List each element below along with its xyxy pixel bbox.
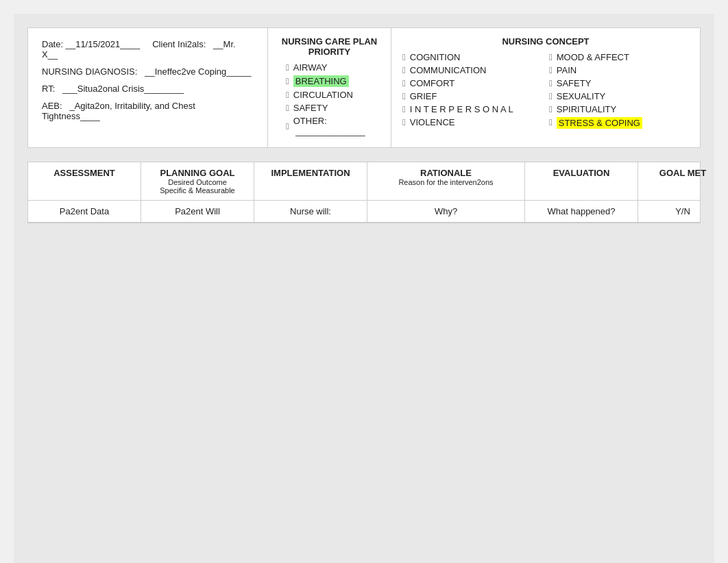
table-header: ASSESSMENT PLANNING GOAL Desired Outcome… (28, 162, 700, 201)
diagnosis-label: NURSING DIAGNOSIS: (42, 66, 137, 77)
list-item:  MOOD & AFFECT (549, 52, 689, 62)
top-card: Date: __11/15/2021____ Client Ini2als: _… (27, 27, 701, 148)
apple-icon:  (549, 91, 553, 101)
priority-item-label: OTHER: ______________ (293, 116, 380, 136)
list-item:  SEXUALITY (549, 91, 689, 101)
client-label: Client Ini2als: (152, 39, 206, 49)
cell-planning: Pa2ent Will (141, 201, 254, 222)
cell-goal-met: Y/N (638, 201, 727, 222)
page-wrapper: Date: __11/15/2021____ Client Ini2als: _… (14, 14, 714, 563)
apple-icon:  (549, 52, 553, 62)
date-value: __11/15/2021____ (66, 39, 140, 49)
col-planning-sub1: Desired Outcome (148, 178, 247, 186)
concept-section: NURSING CONCEPT  COGNITION  COMMUNICAT… (391, 28, 700, 147)
col-planning-sub2: Specific & Measurable (148, 186, 247, 195)
apple-icon:  (549, 65, 553, 75)
apple-icon:  (286, 90, 289, 100)
date-row: Date: __11/15/2021____ Client Ini2als: _… (42, 39, 254, 60)
priority-section: NURSING CARE PLAN PRIORITY  AIRWAY  BR… (268, 28, 391, 147)
col-rationale-sub: Reason for the interven2ons (374, 178, 518, 186)
bottom-table-card: ASSESSMENT PLANNING GOAL Desired Outcome… (27, 162, 701, 223)
apple-icon:  (402, 52, 406, 62)
apple-icon:  (286, 121, 289, 132)
list-item:  SAFETY (286, 103, 380, 113)
list-item:  COMFORT (402, 78, 542, 88)
list-item:  SPIRITUALITY (549, 104, 689, 114)
rt-row: RT: ___Situa2onal Crisis________ (42, 84, 254, 94)
cell-implementation: Nurse will: (254, 201, 367, 222)
list-item:  GRIEF (402, 91, 542, 101)
concept-label: SAFETY (557, 78, 592, 88)
col-rationale: RATIONALE Reason for the interven2ons (367, 162, 525, 200)
table-row: Pa2ent Data Pa2ent Will Nurse will: Why?… (28, 201, 700, 223)
priority-item-label: SAFETY (293, 103, 328, 113)
apple-icon:  (286, 103, 289, 113)
concept-title: NURSING CONCEPT (402, 36, 689, 47)
priority-item-label: BREATHING (293, 75, 349, 87)
apple-icon:  (286, 76, 289, 86)
left-info: Date: __11/15/2021____ Client Ini2als: _… (28, 28, 268, 147)
cell-assessment: Pa2ent Data (28, 201, 141, 222)
concept-label: STRESS & COPING (557, 117, 642, 129)
rt-value: ___Situa2onal Crisis________ (62, 84, 184, 94)
list-item:  I N T E R P E R S O N A L (402, 104, 542, 114)
list-item:  OTHER: ______________ (286, 116, 380, 136)
apple-icon:  (402, 104, 406, 114)
list-item:  PAIN (549, 65, 689, 75)
priority-item-label: CIRCULATION (293, 90, 353, 100)
aeb-label: AEB: (42, 101, 62, 111)
cell-rationale: Why? (367, 201, 525, 222)
list-item:  STRESS & COPING (549, 117, 689, 129)
concept-label: I N T E R P E R S O N A L (410, 104, 513, 114)
concept-label: SPIRITUALITY (557, 104, 616, 114)
priority-list:  AIRWAY  BREATHING  CIRCULATION  SAF… (279, 62, 380, 136)
concept-label: COMMUNICATION (410, 65, 487, 75)
diagnosis-row: NURSING DIAGNOSIS: __Ineffec2ve Coping__… (42, 66, 254, 77)
list-item:  SAFETY (549, 78, 689, 88)
concept-label: COMFORT (410, 78, 454, 88)
concept-label: COGNITION (410, 52, 461, 62)
col-implementation: IMPLEMENTATION (254, 162, 367, 200)
date-label: Date: (42, 39, 63, 49)
apple-icon:  (549, 78, 553, 88)
list-item:  VIOLENCE (402, 117, 542, 127)
aeb-row: AEB: _Agita2on, Irritability, and Chest … (42, 101, 254, 121)
list-item:  COGNITION (402, 52, 542, 62)
apple-icon:  (549, 104, 553, 114)
concept-label: PAIN (557, 65, 577, 75)
concept-left-col:  COGNITION  COMMUNICATION  COMFORT  … (402, 52, 542, 132)
apple-icon:  (549, 117, 553, 127)
list-item:  COMMUNICATION (402, 65, 542, 75)
apple-icon:  (402, 91, 406, 101)
apple-icon:  (402, 117, 406, 127)
aeb-value: _Agita2on, Irritability, and Chest Tight… (42, 101, 195, 121)
diagnosis-value: __Ineffec2ve Coping_____ (145, 66, 251, 77)
cell-evaluation: What happened? (525, 201, 638, 222)
col-planning: PLANNING GOAL Desired Outcome Specific &… (141, 162, 254, 200)
concept-label: SEXUALITY (557, 91, 606, 101)
col-evaluation: EVALUATION (525, 162, 638, 200)
list-item:  BREATHING (286, 75, 380, 87)
col-assessment: ASSESSMENT (28, 162, 141, 200)
concept-right-col:  MOOD & AFFECT  PAIN  SAFETY  SEXUAL… (549, 52, 689, 132)
concept-label: MOOD & AFFECT (557, 52, 629, 62)
concept-columns:  COGNITION  COMMUNICATION  COMFORT  … (402, 52, 689, 132)
apple-icon:  (286, 62, 289, 73)
priority-item-label: AIRWAY (293, 62, 328, 73)
list-item:  AIRWAY (286, 62, 380, 73)
list-item:  CIRCULATION (286, 90, 380, 100)
col-goal-met: GOAL MET (638, 162, 727, 200)
apple-icon:  (402, 65, 406, 75)
priority-title: NURSING CARE PLAN PRIORITY (279, 36, 380, 57)
apple-icon:  (402, 78, 406, 88)
rt-label: RT: (42, 84, 55, 94)
concept-label: GRIEF (410, 91, 437, 101)
concept-label: VIOLENCE (410, 117, 455, 127)
